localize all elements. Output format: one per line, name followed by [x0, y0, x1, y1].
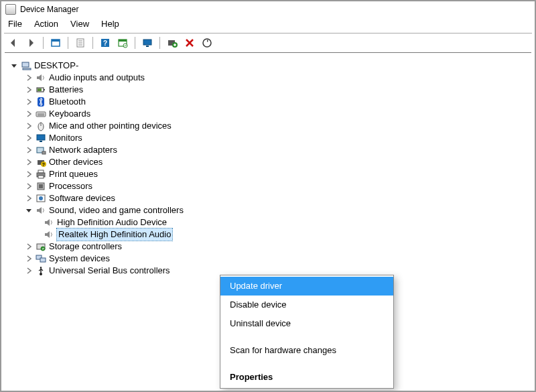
monitor-icon: [36, 133, 46, 143]
computer-icon: [21, 60, 31, 71]
toolbar-separator: [43, 37, 44, 49]
tree-item-label: Network adapters: [49, 144, 117, 156]
chevron-right-icon[interactable]: [25, 110, 33, 118]
tree-item-label: System devices: [49, 253, 110, 265]
chevron-right-icon[interactable]: [25, 146, 33, 154]
add-hardware-button[interactable]: [165, 36, 179, 50]
back-button[interactable]: [7, 36, 20, 50]
tree-item-bluetooth[interactable]: Bluetooth: [7, 96, 527, 108]
menu-help[interactable]: Help: [101, 19, 119, 29]
uninstall-button[interactable]: [183, 36, 196, 50]
tree-item-storage[interactable]: Storage controllers: [7, 241, 527, 253]
speaker-icon: [36, 205, 46, 216]
monitor-button[interactable]: [141, 36, 154, 50]
app-icon: [5, 4, 16, 15]
speaker-icon: [36, 72, 46, 83]
help-button[interactable]: [98, 36, 112, 50]
chevron-right-icon[interactable]: [25, 86, 33, 94]
tree-item-label: Storage controllers: [49, 241, 122, 253]
tree-item-label: Sound, video and game controllers: [49, 204, 184, 216]
tree-item-mice[interactable]: Mice and other pointing devices: [7, 120, 527, 132]
battery-icon: [36, 84, 46, 95]
tree-item-label: Other devices: [49, 156, 103, 168]
chevron-right-icon[interactable]: [25, 243, 33, 251]
menu-bar: File Action View Help: [1, 17, 535, 33]
tree-item-processors[interactable]: Processors: [7, 180, 527, 192]
storage-icon: [36, 241, 46, 252]
cpu-icon: [36, 181, 46, 192]
speaker-icon: [44, 229, 54, 240]
context-menu-separator: [220, 333, 393, 341]
tree-item-label: Keyboards: [49, 108, 90, 120]
bluetooth-icon: [36, 96, 46, 107]
toolbar: [1, 34, 535, 52]
context-menu: Update driver Disable device Uninstall d…: [220, 275, 394, 389]
tree-item-software[interactable]: Software devices: [7, 192, 527, 204]
software-icon: [36, 193, 46, 204]
tree-item-label: Batteries: [49, 84, 83, 96]
chevron-right-icon[interactable]: [25, 182, 33, 190]
tree-item-keyboards[interactable]: Keyboards: [7, 108, 527, 120]
update-driver-button[interactable]: [116, 36, 129, 50]
chevron-right-icon[interactable]: [25, 255, 33, 263]
tree-item-label: Mice and other pointing devices: [49, 120, 172, 132]
tree-item-batteries[interactable]: Batteries: [7, 84, 527, 96]
speaker-icon: [44, 217, 54, 228]
chevron-right-icon[interactable]: [25, 122, 33, 130]
menu-action[interactable]: Action: [34, 19, 58, 29]
tree-item-label: Monitors: [49, 132, 82, 144]
chevron-right-icon[interactable]: [25, 170, 33, 178]
tree-item-label: High Definition Audio Device: [57, 216, 167, 228]
network-icon: [36, 145, 46, 155]
tree-item-hd-audio[interactable]: High Definition Audio Device: [7, 216, 527, 228]
tree-item-label: Universal Serial Bus controllers: [49, 265, 170, 277]
chevron-right-icon[interactable]: [25, 158, 33, 166]
tree-item-label: Print queues: [49, 168, 98, 180]
tree-item-label: Bluetooth: [49, 96, 86, 108]
chevron-right-icon[interactable]: [25, 98, 33, 106]
tree-item-label-selected: Realtek High Definition Audio: [57, 228, 172, 241]
context-menu-properties[interactable]: Properties: [220, 368, 393, 387]
menu-view[interactable]: View: [70, 19, 89, 29]
unknown-device-icon: [36, 157, 46, 168]
context-menu-separator: [220, 360, 393, 368]
keyboard-icon: [36, 109, 46, 119]
tree-item-monitors[interactable]: Monitors: [7, 132, 527, 144]
system-icon: [36, 253, 46, 264]
mouse-icon: [36, 121, 46, 131]
device-tree[interactable]: DESKTOP- Audio inputs and outputs Batter…: [5, 57, 531, 279]
tree-item-other[interactable]: Other devices: [7, 156, 527, 168]
scan-hardware-button[interactable]: [200, 36, 214, 50]
context-menu-uninstall-device[interactable]: Uninstall device: [220, 314, 393, 333]
tree-item-label: Audio inputs and outputs: [49, 72, 145, 84]
context-menu-scan-hardware[interactable]: Scan for hardware changes: [220, 341, 393, 360]
tree-root[interactable]: DESKTOP-: [7, 60, 527, 72]
chevron-down-icon[interactable]: [25, 206, 33, 214]
context-menu-disable-device[interactable]: Disable device: [220, 296, 393, 314]
chevron-right-icon[interactable]: [25, 194, 33, 202]
tree-item-label: Software devices: [49, 192, 115, 204]
toolbar-separator: [68, 37, 68, 49]
window-title: Device Manager: [20, 5, 78, 14]
chevron-right-icon[interactable]: [25, 74, 33, 82]
chevron-down-icon[interactable]: [10, 62, 18, 70]
tree-item-audio[interactable]: Audio inputs and outputs: [7, 72, 527, 84]
properties-button[interactable]: [74, 36, 87, 50]
tree-item-print[interactable]: Print queues: [7, 168, 527, 180]
chevron-right-icon[interactable]: [25, 134, 33, 142]
show-hidden-button[interactable]: [49, 36, 62, 50]
tree-item-system[interactable]: System devices: [7, 253, 527, 265]
menu-file[interactable]: File: [8, 19, 22, 29]
usb-icon: [36, 265, 46, 276]
toolbar-separator: [135, 37, 135, 49]
printer-icon: [36, 169, 46, 180]
toolbar-separator: [159, 37, 160, 49]
tree-root-label: DESKTOP-: [34, 60, 78, 72]
tree-item-sound[interactable]: Sound, video and game controllers: [7, 204, 527, 216]
chevron-right-icon[interactable]: [25, 267, 33, 275]
context-menu-update-driver[interactable]: Update driver: [220, 277, 393, 296]
tree-item-network[interactable]: Network adapters: [7, 144, 527, 156]
tree-item-realtek-audio[interactable]: Realtek High Definition Audio: [7, 228, 527, 241]
title-bar: Device Manager: [1, 1, 535, 17]
forward-button[interactable]: [24, 36, 38, 50]
